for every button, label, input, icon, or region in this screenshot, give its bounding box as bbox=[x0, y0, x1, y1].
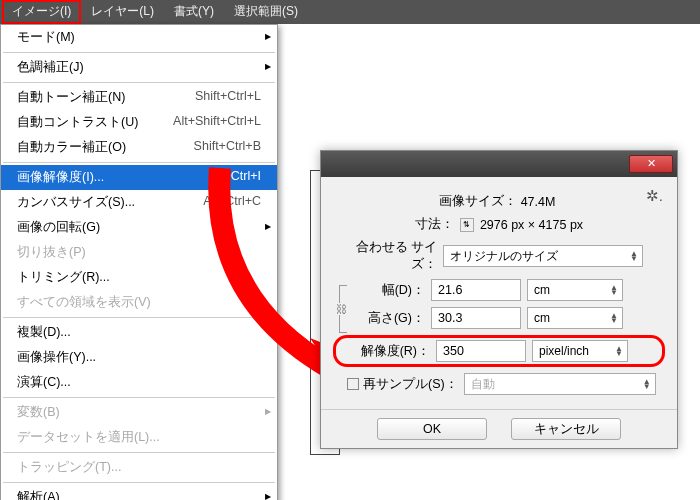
menu-item-autocolor[interactable]: 自動カラー補正(O)Shift+Ctrl+B bbox=[1, 135, 277, 160]
menu-item-crop: 切り抜き(P) bbox=[1, 240, 277, 265]
menu-image[interactable]: イメージ(I) bbox=[2, 0, 81, 24]
menu-item-analysis[interactable]: 解析(A) bbox=[1, 485, 277, 500]
cancel-button[interactable]: キャンセル bbox=[511, 418, 621, 440]
resolution-row-highlight: 解像度(R)： 350 pixel/inch▲▼ bbox=[333, 335, 665, 367]
dimensions-label: 寸法： bbox=[415, 216, 454, 233]
width-input[interactable]: 21.6 bbox=[431, 279, 521, 301]
menubar: イメージ(I) レイヤー(L) 書式(Y) 選択範囲(S) bbox=[0, 0, 700, 24]
menu-item-autotone[interactable]: 自動トーン補正(N)Shift+Ctrl+L bbox=[1, 85, 277, 110]
resample-label: 再サンプル(S)： bbox=[363, 376, 458, 393]
image-size-label: 画像サイズ： bbox=[439, 193, 517, 210]
menu-item-autocontrast[interactable]: 自動コントラスト(U)Alt+Shift+Ctrl+L bbox=[1, 110, 277, 135]
image-size-dialog: ✕ ✲. 画像サイズ： 47.4M 寸法： ⇅ 2976 px × 4175 p… bbox=[320, 150, 678, 449]
menu-item-adjustments[interactable]: 色調補正(J) bbox=[1, 55, 277, 80]
height-label: 高さ(G)： bbox=[349, 310, 431, 327]
height-unit-select[interactable]: cm▲▼ bbox=[527, 307, 623, 329]
width-unit-select[interactable]: cm▲▼ bbox=[527, 279, 623, 301]
ok-button[interactable]: OK bbox=[377, 418, 487, 440]
menu-layer[interactable]: レイヤー(L) bbox=[81, 0, 164, 24]
dialog-footer: OK キャンセル bbox=[321, 409, 677, 448]
height-input[interactable]: 30.3 bbox=[431, 307, 521, 329]
menu-item-apply-dataset: データセットを適用(L)... bbox=[1, 425, 277, 450]
menu-item-canvas-size[interactable]: カンバスサイズ(S)...Alt+Ctrl+C bbox=[1, 190, 277, 215]
dialog-titlebar[interactable]: ✕ bbox=[321, 151, 677, 177]
resample-method-select: 自動▲▼ bbox=[464, 373, 656, 395]
menu-item-rotate[interactable]: 画像の回転(G) bbox=[1, 215, 277, 240]
resolution-input[interactable]: 350 bbox=[436, 340, 526, 362]
menu-item-trim[interactable]: トリミング(R)... bbox=[1, 265, 277, 290]
width-label: 幅(D)： bbox=[349, 282, 431, 299]
menu-type[interactable]: 書式(Y) bbox=[164, 0, 224, 24]
fit-to-select[interactable]: オリジナルのサイズ▲▼ bbox=[443, 245, 643, 267]
dimensions-value: 2976 px × 4175 px bbox=[480, 218, 583, 232]
image-size-value: 47.4M bbox=[517, 195, 560, 209]
fit-to-label: 合わせる サイズ： bbox=[333, 239, 443, 273]
image-menu-dropdown: モード(M) 色調補正(J) 自動トーン補正(N)Shift+Ctrl+L 自動… bbox=[0, 24, 278, 500]
menu-item-mode[interactable]: モード(M) bbox=[1, 25, 277, 50]
menu-select[interactable]: 選択範囲(S) bbox=[224, 0, 308, 24]
close-button[interactable]: ✕ bbox=[629, 155, 673, 173]
gear-icon[interactable]: ✲. bbox=[646, 187, 663, 205]
menu-item-trap: トラッピング(T)... bbox=[1, 455, 277, 480]
constrain-link-icon[interactable]: ⛓ bbox=[339, 285, 347, 331]
menu-item-variables: 変数(B) bbox=[1, 400, 277, 425]
menu-item-calculations[interactable]: 演算(C)... bbox=[1, 370, 277, 395]
resolution-label: 解像度(R)： bbox=[354, 343, 436, 360]
menu-item-image-size[interactable]: 画像解像度(I)...Alt+Ctrl+I bbox=[1, 165, 277, 190]
dimension-swap-icon[interactable]: ⇅ bbox=[460, 218, 474, 232]
menu-item-duplicate[interactable]: 複製(D)... bbox=[1, 320, 277, 345]
menu-item-reveal-all: すべての領域を表示(V) bbox=[1, 290, 277, 315]
menu-item-apply-image[interactable]: 画像操作(Y)... bbox=[1, 345, 277, 370]
resolution-unit-select[interactable]: pixel/inch▲▼ bbox=[532, 340, 628, 362]
resample-checkbox[interactable] bbox=[347, 378, 359, 390]
